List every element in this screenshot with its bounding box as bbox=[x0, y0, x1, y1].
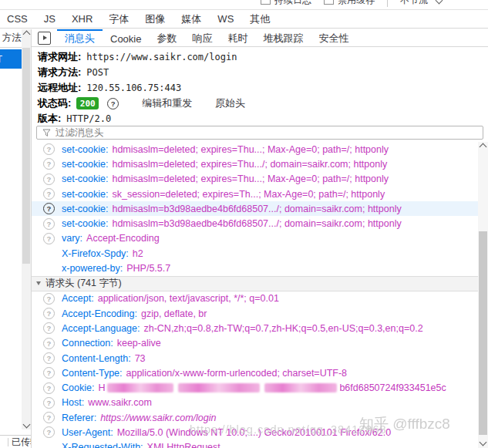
filter-tab-图像[interactable]: 图像 bbox=[145, 12, 165, 26]
raw-headers-button[interactable]: 原始头 bbox=[215, 96, 245, 110]
help-icon[interactable]: ? bbox=[43, 382, 55, 394]
status-badge: 200 bbox=[76, 97, 99, 109]
chevron-down-icon bbox=[22, 421, 30, 429]
help-icon[interactable]: ? bbox=[43, 352, 55, 364]
request-headers-section-header[interactable]: 请求头 (741 字节) bbox=[32, 276, 478, 291]
header-name: Accept-Encoding: bbox=[62, 308, 137, 319]
tab-安全性[interactable]: 安全性 bbox=[311, 29, 356, 46]
throttle-dropdown[interactable]: 不节流 bbox=[400, 0, 442, 7]
scrollbar-thumb[interactable] bbox=[22, 48, 30, 264]
details-tab-bar: 消息头Cookie参数响应耗时堆栈跟踪安全性 bbox=[32, 29, 488, 47]
scroll-down-button[interactable] bbox=[478, 437, 488, 447]
header-value: Mozilla/5.0 (Windows NT 10.0; ...) Gecko… bbox=[117, 427, 392, 438]
header-name: vary: bbox=[62, 233, 82, 244]
scroll-up-button[interactable] bbox=[478, 142, 488, 152]
help-icon[interactable]: ? bbox=[43, 426, 55, 438]
edit-resend-button[interactable]: 编辑和重发 bbox=[142, 96, 192, 110]
summary-row-status: 状态码: 200 ? 编辑和重发 原始头 bbox=[38, 96, 476, 111]
header-name: Content-Length: bbox=[62, 353, 131, 364]
help-icon[interactable]: ? bbox=[43, 293, 55, 305]
request-url-value: https://www.saikr.com/login bbox=[86, 52, 237, 62]
header-row: ?Content-Length:73 bbox=[32, 351, 478, 365]
scroll-up-button[interactable] bbox=[22, 29, 31, 39]
header-value: gzip, deflate, br bbox=[141, 308, 207, 319]
filter-tab-其他[interactable]: 其他 bbox=[250, 12, 270, 26]
remote-address-value: 120.55.106.75:443 bbox=[86, 83, 181, 93]
header-row: ?set-cookie:hdmisaslm=b3d98aedbe4b6fd685… bbox=[32, 216, 478, 231]
network-monitor-panel: 持续日志 禁用缓存 不节流 CSSJSXHR字体图像媒体WS其他 方法 POST… bbox=[0, 0, 488, 448]
header-value: zh-CN,zh;q=0.8,zh-TW;q=0.7,zh-HK;q=0.5,e… bbox=[143, 323, 422, 334]
persist-log-checkbox[interactable]: 持续日志 bbox=[261, 0, 311, 7]
filter-tab-媒体[interactable]: 媒体 bbox=[181, 12, 201, 26]
header-value: https://www.saikr.com/login bbox=[100, 413, 216, 423]
help-icon[interactable]: ? bbox=[43, 173, 55, 185]
tab-耗时[interactable]: 耗时 bbox=[220, 29, 255, 46]
summary-row-version: 版本: HTTP/2.0 bbox=[38, 111, 476, 126]
selected-request-row[interactable]: POST bbox=[0, 49, 22, 69]
redacted-text bbox=[264, 383, 337, 392]
filter-placeholder: 过滤消息头 bbox=[56, 126, 104, 140]
split-pane-toggle-button[interactable] bbox=[38, 32, 51, 45]
chevron-down-icon bbox=[480, 439, 487, 446]
help-icon[interactable]: ? bbox=[43, 308, 55, 319]
header-row: ?Content-Type:application/x-www-form-url… bbox=[32, 365, 478, 380]
toolbar-divider bbox=[387, 0, 388, 7]
help-icon[interactable]: ? bbox=[43, 322, 55, 334]
status-bar: 已传输 bbox=[0, 435, 31, 448]
filter-tab-ws[interactable]: WS bbox=[217, 13, 234, 25]
url-label: 请求网址: bbox=[38, 50, 81, 64]
tab-参数[interactable]: 参数 bbox=[149, 29, 184, 46]
scroll-down-button[interactable] bbox=[22, 419, 31, 429]
details-scrollbar[interactable] bbox=[478, 142, 488, 448]
header-name: Content-Type: bbox=[62, 368, 123, 379]
help-icon[interactable]: ? bbox=[43, 412, 55, 423]
header-row: ?set-cookie:hdmisaslm=b3d98aedbe4b6fd685… bbox=[32, 201, 478, 216]
header-row: ?set-cookie:hdmisaslm=deleted; expires=T… bbox=[32, 142, 478, 157]
help-icon[interactable]: ? bbox=[43, 188, 55, 200]
header-value: hdmisaslm=deleted; expires=Thu...; Max-A… bbox=[112, 144, 389, 155]
tab-堆栈跟踪[interactable]: 堆栈跟踪 bbox=[255, 29, 311, 46]
scrollbar-thumb[interactable] bbox=[479, 231, 487, 435]
disable-cache-checkbox[interactable]: 禁用缓存 bbox=[324, 0, 375, 7]
chevron-up-icon bbox=[480, 143, 487, 151]
filter-tab-js[interactable]: JS bbox=[44, 13, 56, 25]
help-icon[interactable]: ? bbox=[43, 367, 55, 379]
header-value: sk_session=deleted; expires=Th...; Max-A… bbox=[112, 189, 385, 200]
header-name: set-cookie: bbox=[62, 159, 108, 170]
tab-Cookie[interactable]: Cookie bbox=[103, 29, 149, 46]
header-row: ?set-cookie:hdmisaslm=deleted; expires=T… bbox=[32, 157, 478, 171]
help-icon[interactable]: ? bbox=[43, 218, 55, 230]
filter-tab-xhr[interactable]: XHR bbox=[72, 13, 93, 25]
help-icon[interactable]: ? bbox=[43, 338, 55, 349]
filter-headers-input[interactable]: 过滤消息头 bbox=[36, 126, 483, 140]
checkbox-icon[interactable] bbox=[261, 0, 271, 5]
tab-消息头[interactable]: 消息头 bbox=[57, 29, 103, 46]
help-icon[interactable]: ? bbox=[107, 98, 119, 109]
header-name: set-cookie: bbox=[62, 189, 108, 200]
header-row: ?Host:www.saikr.com bbox=[32, 396, 478, 410]
filter-tab-css[interactable]: CSS bbox=[7, 13, 28, 25]
method-column-header[interactable]: 方法 bbox=[0, 29, 22, 48]
header-row: ?Cookie:Hb6fd6850724f933451e5c bbox=[32, 380, 478, 395]
request-list-sidebar: 方法 POST bbox=[0, 29, 22, 435]
help-icon[interactable]: ? bbox=[43, 397, 55, 409]
help-icon[interactable]: ? bbox=[43, 143, 55, 155]
header-name: X-Firefox-Spdy: bbox=[62, 248, 129, 259]
status-code-label: 状态码: bbox=[38, 96, 71, 110]
request-method: POST bbox=[0, 54, 2, 65]
help-icon[interactable]: ? bbox=[43, 233, 55, 244]
help-icon[interactable]: ? bbox=[43, 158, 55, 170]
request-headers-rows: ?Accept:application/json, text/javascrip… bbox=[32, 291, 478, 448]
tab-响应[interactable]: 响应 bbox=[184, 29, 220, 46]
header-value: h2 bbox=[133, 248, 143, 259]
http-version-value: HTTP/2.0 bbox=[66, 113, 111, 124]
header-name: Referer: bbox=[62, 413, 96, 423]
checkbox-icon[interactable] bbox=[324, 0, 334, 5]
sidebar-scrollbar[interactable] bbox=[22, 29, 31, 429]
header-name: set-cookie: bbox=[62, 173, 108, 184]
header-value: application/x-www-form-urlencoded; chars… bbox=[126, 368, 348, 379]
header-name: Cookie: bbox=[62, 382, 94, 393]
summary-row-remote: 远程地址: 120.55.106.75:443 bbox=[38, 80, 476, 96]
help-icon[interactable]: ? bbox=[43, 203, 55, 214]
filter-tab-字体[interactable]: 字体 bbox=[109, 12, 129, 26]
